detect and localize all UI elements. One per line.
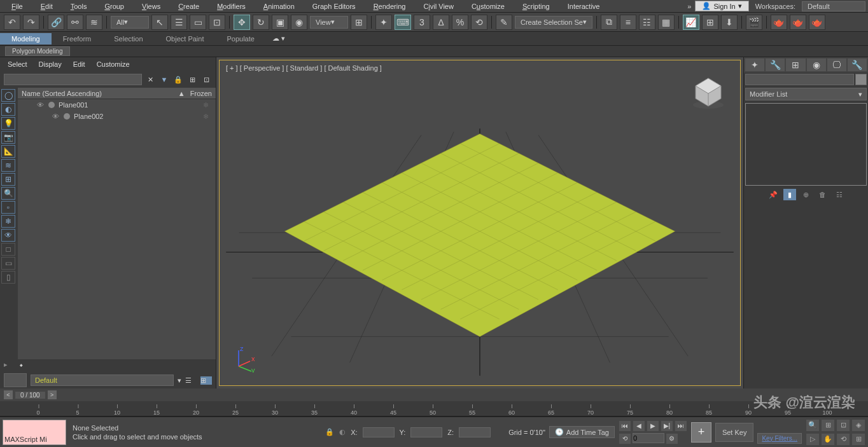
ribbon-tab-modeling[interactable]: Modeling <box>0 33 52 45</box>
render-setup-button[interactable]: 🎬 <box>746 15 762 30</box>
next-frame-button[interactable]: ▶| <box>661 420 673 432</box>
isolate-icon[interactable]: ◐ <box>339 428 346 436</box>
cmd-tab-motion[interactable]: ◉ <box>807 58 826 71</box>
select-rect-button[interactable]: ▭ <box>190 15 206 30</box>
ribbon-toggle-icon[interactable]: ☁ ▾ <box>272 34 285 43</box>
filter-icon[interactable]: ▼ <box>158 74 170 85</box>
select-name-button[interactable]: ☰ <box>171 15 187 30</box>
workspaces-select[interactable]: Default <box>802 1 865 11</box>
manipulate-button[interactable]: ✦ <box>375 15 392 30</box>
cmd-tab-display[interactable]: 🖵 <box>827 58 846 71</box>
cmd-tab-create[interactable]: ✦ <box>745 58 764 71</box>
menu-group[interactable]: Group <box>95 1 133 11</box>
unlink-button[interactable]: ⚯ <box>67 15 83 30</box>
zoom-extents-icon[interactable]: ⊡ <box>836 419 850 432</box>
material-editor-button[interactable]: ⬇ <box>721 15 738 30</box>
fov-icon[interactable]: ▷ <box>806 433 820 446</box>
maxscript-listener[interactable]: MAXScript Mi <box>3 420 66 445</box>
view-mode-icon[interactable]: ⊞ <box>186 74 198 85</box>
layer-add-icon[interactable]: ⊞ <box>200 376 212 385</box>
coord-y-input[interactable] <box>410 427 442 437</box>
rotate-button[interactable]: ↻ <box>253 15 269 30</box>
scene-tool-icon[interactable]: ⬥ <box>19 361 32 371</box>
add-time-tag-button[interactable]: 🕒 Add Time Tag <box>549 426 615 438</box>
filter-geometry-icon[interactable]: ◐ <box>1 103 15 116</box>
layer-color-swatch[interactable] <box>4 373 27 387</box>
cmd-tab-utilities[interactable]: 🔧 <box>848 58 867 71</box>
menu-scripting[interactable]: Scripting <box>514 1 559 11</box>
render-frame-button[interactable]: 🫖 <box>771 15 787 30</box>
toggle-ribbon-button[interactable]: ▦ <box>658 15 675 30</box>
filter-shapes-icon[interactable]: 💡 <box>1 117 15 130</box>
filter-helpers-icon[interactable]: ≋ <box>1 159 15 172</box>
menu-more-icon[interactable]: » <box>687 3 691 10</box>
scene-col-name[interactable]: Name (Sorted Ascending) <box>22 90 178 97</box>
cmd-tab-hierarchy[interactable]: ⊞ <box>786 58 805 71</box>
filter-bone-icon[interactable]: ❄ <box>1 215 15 228</box>
timeline-ruler[interactable]: 0510152025303540455055606570758085909510… <box>0 401 868 416</box>
signin-button[interactable]: 👤 Sign In ▾ <box>695 1 748 11</box>
selection-filter-select[interactable]: All ▾ <box>111 16 149 29</box>
spinner-snap-button[interactable]: ⟲ <box>471 15 487 30</box>
filter-none-icon[interactable]: ▯ <box>1 271 15 284</box>
scene-menu-edit[interactable]: Edit <box>73 60 85 68</box>
lock-icon[interactable]: 🔒 <box>172 74 184 85</box>
key-mode-button[interactable]: ⟲ <box>619 433 631 444</box>
filter-frozen-icon[interactable]: □ <box>1 243 15 256</box>
orbit-icon[interactable]: ⟲ <box>836 433 850 446</box>
menu-tools[interactable]: Tools <box>62 1 96 11</box>
filter-cameras-icon[interactable]: 📐 <box>1 145 15 158</box>
scene-row[interactable]: 👁 Plane002 ❄ <box>18 111 216 122</box>
menu-customize[interactable]: Customize <box>463 1 514 11</box>
pin-stack-icon[interactable]: 📌 <box>767 189 780 200</box>
scene-col-frozen[interactable]: Frozen <box>190 90 212 97</box>
filter-xrefs-icon[interactable]: ▫ <box>1 201 15 214</box>
mirror-button[interactable]: ⧉ <box>601 15 617 30</box>
select-object-button[interactable]: ↖ <box>151 15 168 30</box>
viewport-label[interactable]: [ + ] [ Perspective ] [ Standard ] [ Def… <box>226 64 382 72</box>
render-iterative-button[interactable]: 🫖 <box>809 15 825 30</box>
configure-sets-icon[interactable]: ☷ <box>833 189 846 200</box>
autokey-button[interactable]: + <box>691 422 711 443</box>
prev-frame-button[interactable]: ◀ <box>633 420 645 432</box>
scene-menu-display[interactable]: Display <box>39 60 62 68</box>
subribbon-polygonmodeling[interactable]: Polygon Modeling <box>5 46 70 56</box>
show-result-icon[interactable]: ▮ <box>783 189 796 200</box>
menu-edit[interactable]: Edit <box>32 1 62 11</box>
menu-file[interactable]: File <box>3 1 32 11</box>
ribbon-tab-populate[interactable]: Populate <box>215 33 265 45</box>
frame-input[interactable] <box>633 433 664 443</box>
menu-animation[interactable]: Animation <box>255 1 304 11</box>
clear-search-icon[interactable]: ✕ <box>144 74 156 85</box>
ribbon-tab-freeform[interactable]: Freeform <box>52 33 103 45</box>
menu-views[interactable]: Views <box>133 1 169 11</box>
goto-end-button[interactable]: ⏭ <box>675 420 687 432</box>
named-selection-select[interactable]: Create Selection Se ▾ <box>515 16 592 29</box>
placement-button[interactable]: ◉ <box>291 15 307 30</box>
filter-spacewarps-icon[interactable]: ⊞ <box>1 173 15 186</box>
filter-containers-icon[interactable]: 👁 <box>1 229 15 242</box>
zoom-icon[interactable]: 🔍 <box>806 419 820 432</box>
time-next-button[interactable]: > <box>48 390 57 399</box>
modifier-list-select[interactable]: Modifier List ▾ <box>745 88 867 100</box>
angle-snap-button[interactable]: ∆ <box>433 15 449 30</box>
percent-snap-button[interactable]: % <box>452 15 468 30</box>
menu-rendering[interactable]: Rendering <box>365 1 415 11</box>
edit-selection-button[interactable]: ✎ <box>496 15 512 30</box>
move-button[interactable]: ✥ <box>234 15 250 30</box>
visibility-icon[interactable]: 👁 <box>37 101 45 109</box>
modifier-stack[interactable] <box>745 103 867 186</box>
ribbon-tab-objectpaint[interactable]: Object Paint <box>155 33 216 45</box>
menu-create[interactable]: Create <box>169 1 208 11</box>
time-prev-button[interactable]: < <box>4 390 13 399</box>
layer-select[interactable]: Default <box>31 375 174 386</box>
scene-menu-customize[interactable]: Customize <box>97 60 130 68</box>
filter-hidden-icon[interactable]: ▭ <box>1 257 15 270</box>
bind-button[interactable]: ≋ <box>86 15 102 30</box>
menu-civilview[interactable]: Civil View <box>414 1 463 11</box>
zoom-all-icon[interactable]: ⊞ <box>821 419 835 432</box>
render-production-button[interactable]: 🫖 <box>790 15 806 30</box>
time-config-button[interactable]: ⚙ <box>666 433 678 444</box>
pivot-button[interactable]: ⊞ <box>351 15 367 30</box>
freeze-icon[interactable]: ❄ <box>203 101 212 109</box>
